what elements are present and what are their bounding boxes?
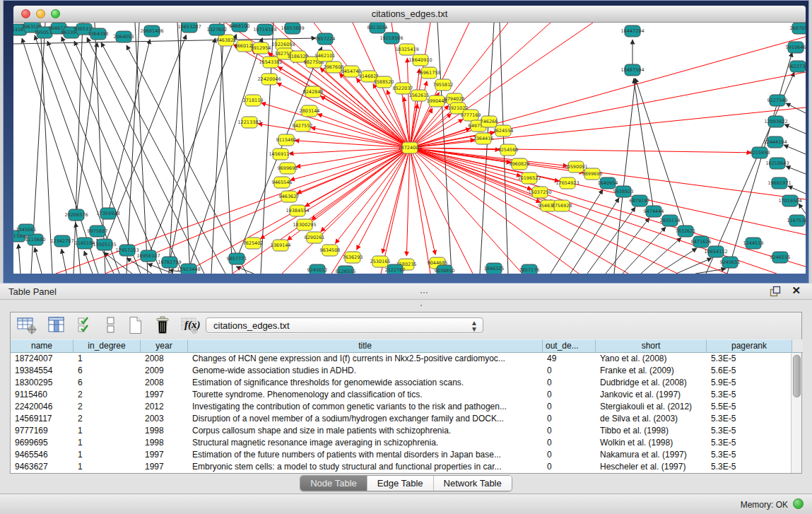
network-node[interactable]: 6879197 [630,195,650,206]
network-node[interactable]: 18487594 [620,64,644,76]
network-node[interactable]: 1167530 [787,215,806,226]
network-node[interactable]: 19218506 [379,33,403,44]
network-node[interactable]: 5462101 [315,50,336,62]
column-header-year[interactable]: year [141,339,188,353]
column-header-in_degree[interactable]: in_degree [73,339,141,353]
delete-column-icon[interactable] [152,316,173,336]
network-node[interactable]: 18640910 [408,54,432,66]
column-header-pagerank[interactable]: pagerank [707,339,792,353]
network-node[interactable]: 12213383 [237,117,261,128]
network-node[interactable]: 10196522 [517,173,541,184]
network-node[interactable]: 9634508 [320,245,341,256]
network-node[interactable]: 16447294 [620,25,644,37]
tab-edge-table[interactable]: Edge Table [367,476,434,491]
network-node[interactable]: 7636293 [343,252,363,263]
network-node[interactable]: 1327602 [207,24,228,35]
table-row[interactable]: 2242004622012Investigating the contribut… [11,401,792,413]
network-node[interactable]: 9246555 [770,252,791,263]
scrollbar-thumb[interactable] [793,355,801,397]
network-node[interactable]: 7955812 [433,79,454,90]
table-row[interactable]: 1456911722003Disruption of a novel membe… [11,413,792,425]
network-node[interactable]: 9975887 [88,226,108,237]
network-node[interactable]: 17654923 [555,177,579,189]
memory-status-icon[interactable] [793,498,804,509]
network-node[interactable]: 7832621 [676,226,696,237]
table-row[interactable]: 977716911998Corpus callosum shape and si… [11,425,792,437]
network-node[interactable]: 17957253 [115,245,139,256]
network-node[interactable]: 2803144 [300,105,320,117]
network-node[interactable]: 9038850 [435,265,455,274]
network-node[interactable]: 2718119 [243,95,264,106]
network-node[interactable]: 2935114 [660,215,681,226]
network-node[interactable]: 1364398 [88,28,109,40]
network-node[interactable]: 9463627 [279,191,300,202]
network-node[interactable]: 8756928 [552,200,572,211]
new-column-icon[interactable] [125,316,146,336]
table-row[interactable]: 969969511998Structural magnetic resonanc… [11,437,792,449]
network-node[interactable]: 16961758 [417,67,440,78]
network-node[interactable]: 8960829 [510,158,530,170]
network-node[interactable]: 9465546 [272,177,293,188]
network-node[interactable]: 8215958 [750,147,770,158]
table-row[interactable]: 1938455462009Genome-wide association stu… [11,365,792,377]
table-vertical-scrollbar[interactable] [791,353,801,473]
network-canvas[interactable]: 1872400774638228660128591295423226058382… [13,23,806,274]
network-node[interactable]: 1145194 [75,238,95,249]
network-node[interactable]: 8126555 [336,266,356,274]
table-options-icon[interactable] [16,316,37,336]
network-node[interactable]: 5938923 [613,186,634,197]
network-node[interactable]: 8290261 [305,232,325,243]
network-node[interactable]: 9115460 [276,134,297,146]
network-node[interactable]: 8427552 [293,120,313,132]
network-node[interactable]: 8813054 [367,23,388,33]
network-node[interactable]: 9777169 [461,110,481,121]
network-node[interactable]: 9474444 [644,206,664,217]
network-node[interactable]: 5912954 [251,42,271,54]
network-node[interactable]: 14569117 [269,148,292,160]
close-panel-icon[interactable]: ✕ [792,284,801,297]
network-node[interactable]: 746266 [481,116,498,127]
network-node[interactable]: 20206576 [64,209,88,221]
network-node[interactable]: 1640954 [598,177,618,189]
column-header-short[interactable]: short [596,339,707,353]
table-row[interactable]: 911546021997Tourette syndrome. Phenomeno… [11,389,792,401]
network-node[interactable]: 2530165 [370,256,391,267]
network-node[interactable]: 13505135 [93,239,116,250]
column-header-name[interactable]: name [11,339,73,353]
column-header-title[interactable]: title [188,339,543,353]
column-header-out_de[interactable]: out_de... [543,339,596,353]
network-node[interactable]: 16210643 [765,158,789,169]
table-row[interactable]: 946362711997Embryonic stem cells: a mode… [11,461,792,473]
table-row[interactable]: 1830029562008Estimation of significance … [11,377,792,389]
network-node[interactable]: 9254568 [498,144,519,156]
network-node[interactable]: 5910646 [786,42,806,53]
network-node[interactable]: 2687059 [790,23,806,34]
row-mode-icon[interactable] [100,316,121,336]
network-node[interactable]: 1846325 [484,263,505,274]
float-panel-icon[interactable] [770,286,781,297]
network-node[interactable]: 16958107 [136,250,160,262]
network-node[interactable]: 12923448 [177,264,200,274]
network-node[interactable]: 9245012 [307,264,328,274]
show-columns-icon[interactable] [46,316,67,336]
network-node[interactable]: 6466100 [230,23,250,32]
network-node[interactable]: 2064053 [114,31,134,42]
network-node[interactable]: 12093822 [764,116,787,127]
split-divider-handle[interactable] [420,284,430,288]
tab-network-table[interactable]: Network Table [434,476,512,491]
network-node[interactable]: 1244519 [743,238,764,249]
network-window-titlebar[interactable]: citations_edges.txt [13,6,806,23]
network-node[interactable]: 9699695 [278,163,298,174]
network-node[interactable]: 1345061 [16,224,37,235]
network-node[interactable]: 17016504 [778,195,801,206]
network-node[interactable]: 8471626 [691,236,712,247]
function-builder-icon[interactable]: f(x) [184,319,201,331]
network-node[interactable]: 1588520 [374,76,394,88]
table-row[interactable]: 946554611997Estimation of the future num… [11,449,792,461]
network-node[interactable]: 9622734 [788,61,806,72]
network-node[interactable]: 12342757 [50,235,73,247]
network-node[interactable]: 19692971 [767,177,791,189]
network-node[interactable]: 9242848 [303,86,324,98]
table-row[interactable]: 1872400712008Changes of HCN gene express… [11,353,792,365]
network-node[interactable]: 7857176 [519,264,540,274]
